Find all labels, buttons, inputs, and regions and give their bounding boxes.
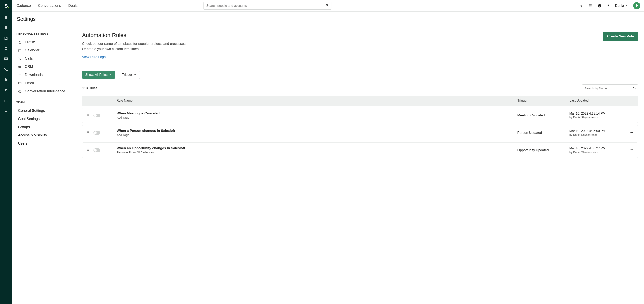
sidebar-item-access-visibility[interactable]: Access & Visibility <box>16 131 72 139</box>
building-icon[interactable] <box>4 36 8 40</box>
nav-deals[interactable]: Deals <box>68 0 78 11</box>
svg-point-11 <box>19 41 20 42</box>
rule-toggle[interactable] <box>94 114 100 117</box>
page-title: Settings <box>17 16 639 22</box>
search-icon[interactable] <box>326 3 329 8</box>
svg-point-28 <box>88 133 89 133</box>
sidebar-item-label: Downloads <box>25 73 43 77</box>
user-name: Dariia <box>615 4 624 8</box>
sidebar-item-crm[interactable]: CRM <box>16 63 72 71</box>
drag-handle-icon[interactable] <box>87 148 90 152</box>
main-area: Cadence Conversations Deals ? Dariia Set… <box>12 0 644 304</box>
view-rule-logs-link[interactable]: View Rule Logs <box>82 55 106 59</box>
rule-action: Add Tags <box>117 133 517 137</box>
svg-point-15 <box>88 114 89 114</box>
calendar-icon <box>18 49 22 52</box>
content-subtitle-2: Or create your own custom templates. <box>82 46 186 52</box>
sidebar-item-users[interactable]: Users <box>16 139 72 148</box>
svg-point-14 <box>88 114 88 114</box>
nav-cadence[interactable]: Cadence <box>16 0 32 11</box>
user-menu[interactable]: Dariia <box>615 4 628 8</box>
svg-point-0 <box>589 4 590 5</box>
person-icon <box>18 40 22 44</box>
col-trigger: Trigger <box>518 99 570 102</box>
home-icon[interactable] <box>4 15 8 19</box>
search-icon[interactable] <box>633 86 636 90</box>
avatar[interactable] <box>633 2 640 9</box>
sidebar-item-label: Conversation Intelligence <box>25 89 65 93</box>
rocket-icon[interactable] <box>4 25 8 30</box>
rule-updated-time: Mar 10, 2022 4:38:27 PM <box>569 147 622 150</box>
bolt-icon[interactable] <box>607 4 610 8</box>
svg-point-30 <box>631 132 632 133</box>
sidebar-item-general-settings[interactable]: General Settings <box>16 107 72 115</box>
rule-name: When Meeting is Canceled <box>117 111 517 115</box>
target-icon[interactable] <box>4 109 8 113</box>
svg-point-2 <box>591 4 592 5</box>
rule-updated-by: by Dariia Shynkarenko <box>569 151 622 154</box>
svg-point-24 <box>88 131 89 132</box>
sidebar-item-groups[interactable]: Groups <box>16 123 72 131</box>
quote-icon[interactable] <box>4 88 8 92</box>
sidebar-item-goal-settings[interactable]: Goal Settings <box>16 115 72 123</box>
activity-icon[interactable] <box>580 4 584 8</box>
svg-point-38 <box>630 149 630 150</box>
more-icon[interactable] <box>630 130 634 135</box>
svg-point-4 <box>590 5 591 6</box>
chevron-down-icon <box>625 4 628 7</box>
create-new-rule-button[interactable]: Create New Rule <box>603 32 638 41</box>
rule-updated-time: Mar 10, 2022 4:38:14 PM <box>569 112 622 115</box>
svg-point-22 <box>632 115 633 115</box>
svg-point-6 <box>589 6 590 7</box>
svg-point-33 <box>88 149 89 149</box>
sidebar-item-conversation-intelligence[interactable]: Conversation Intelligence <box>16 87 72 95</box>
rule-toggle[interactable] <box>94 148 100 152</box>
content-area: Automation Rules Check out our range of … <box>76 27 644 304</box>
show-filter-label: Show: All Rules <box>85 73 108 77</box>
body-row: PERSONAL SETTINGS Profile Calendar Calls… <box>12 27 644 304</box>
drag-handle-icon[interactable] <box>87 131 90 135</box>
drag-handle-icon[interactable] <box>87 113 90 118</box>
analytics-icon[interactable] <box>4 98 8 103</box>
svg-point-26 <box>88 132 89 132</box>
show-filter-dropdown[interactable]: Show: All Rules <box>82 71 115 79</box>
sidebar-item-label: CRM <box>25 65 33 69</box>
svg-point-32 <box>88 149 88 149</box>
mail-icon[interactable] <box>4 57 8 61</box>
more-icon[interactable] <box>630 113 634 118</box>
person-icon[interactable] <box>4 46 8 51</box>
sidebar-item-profile[interactable]: Profile <box>16 38 72 46</box>
trigger-filter-label: Trigger <box>122 73 132 77</box>
trigger-filter-dropdown[interactable]: Trigger <box>119 71 140 79</box>
svg-point-29 <box>630 132 630 133</box>
phone-icon[interactable] <box>4 67 8 71</box>
rules-search-input[interactable] <box>582 84 638 92</box>
logo[interactable]: S <box>4 3 8 9</box>
rule-toggle[interactable] <box>94 131 100 135</box>
svg-point-3 <box>589 5 590 6</box>
search-input[interactable] <box>203 2 332 9</box>
svg-point-13 <box>18 90 21 93</box>
rule-action: Remove From All Cadences <box>117 151 517 154</box>
note-icon[interactable] <box>4 77 8 82</box>
table-row: When a Person changes in Salesloft Add T… <box>82 125 638 140</box>
phone-icon <box>18 57 22 60</box>
sidebar-item-calls[interactable]: Calls <box>16 54 72 63</box>
rule-updated-by: by Dariia Shynkarenko <box>569 133 622 136</box>
nav-conversations[interactable]: Conversations <box>37 0 62 11</box>
svg-point-20 <box>630 115 630 115</box>
sidebar-item-downloads[interactable]: Downloads <box>16 71 72 79</box>
svg-point-35 <box>88 149 89 150</box>
help-icon[interactable]: ? <box>598 4 602 8</box>
svg-point-18 <box>88 115 88 116</box>
filter-row: Show: All Rules Trigger <box>82 65 638 79</box>
col-updated: Last Updated <box>570 99 622 102</box>
apps-icon[interactable] <box>589 4 592 7</box>
sidebar-item-calendar[interactable]: Calendar <box>16 46 72 54</box>
global-search <box>203 2 332 9</box>
svg-point-23 <box>88 131 88 132</box>
left-rail: S <box>0 0 12 304</box>
sidebar-item-email[interactable]: Email <box>16 79 72 87</box>
more-icon[interactable] <box>630 148 634 153</box>
rule-trigger: Opportunity Updated <box>517 148 569 152</box>
